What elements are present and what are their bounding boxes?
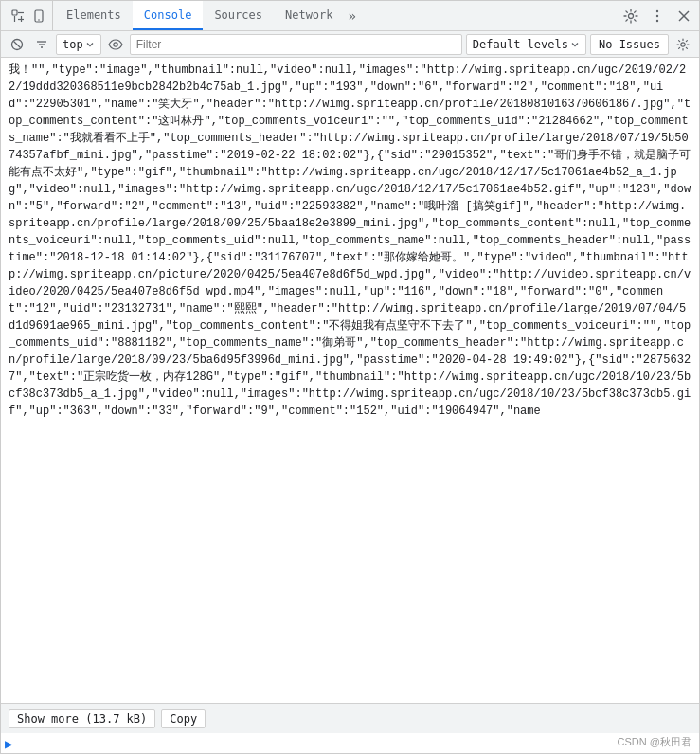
svg-point-7 xyxy=(629,13,634,18)
console-prompt-row: ▶ xyxy=(1,733,699,753)
prompt-arrow-icon: ▶ xyxy=(5,736,12,751)
devtools-window: Elements Console Sources Network » xyxy=(0,0,700,754)
svg-point-19 xyxy=(681,42,685,45)
close-icon[interactable] xyxy=(673,5,695,27)
console-text: 我！"","type":"image","thumbnail":null,"vi… xyxy=(1,58,699,423)
levels-selector[interactable]: Default levels xyxy=(466,34,586,55)
inspect-icon[interactable] xyxy=(10,9,26,24)
more-tabs-button[interactable]: » xyxy=(345,9,360,24)
tab-sources[interactable]: Sources xyxy=(203,1,274,30)
tab-bar: Elements Console Sources Network » xyxy=(1,1,699,31)
svg-rect-0 xyxy=(12,10,17,15)
console-output: 我！"","type":"image","thumbnail":null,"vi… xyxy=(1,58,699,703)
more-options-icon[interactable] xyxy=(646,5,669,27)
mobile-icon[interactable] xyxy=(31,9,46,24)
show-more-button[interactable]: Show more (13.7 kB) xyxy=(9,709,155,728)
console-toolbar: top Default levels No Issues xyxy=(1,31,699,58)
toolbar-gear-icon[interactable] xyxy=(673,34,693,55)
console-bottom-bar: Show more (13.7 kB) Copy xyxy=(1,703,699,733)
svg-point-10 xyxy=(656,19,658,21)
tab-console[interactable]: Console xyxy=(133,1,204,30)
tab-bar-right-icons xyxy=(619,5,695,27)
clear-console-icon[interactable] xyxy=(7,34,27,55)
svg-point-18 xyxy=(113,42,117,45)
devtools-left-icons xyxy=(5,1,53,30)
copy-button[interactable]: Copy xyxy=(161,709,206,728)
svg-point-9 xyxy=(656,14,658,16)
tab-network[interactable]: Network xyxy=(274,1,345,30)
settings-icon[interactable] xyxy=(619,5,642,27)
watermark: CSDN @秋田君 xyxy=(618,735,691,749)
svg-point-6 xyxy=(38,19,40,21)
no-issues-button[interactable]: No Issues xyxy=(590,34,669,55)
filter-toggle-icon[interactable] xyxy=(31,34,52,55)
svg-line-14 xyxy=(14,41,21,47)
levels-chevron-icon xyxy=(570,40,580,49)
svg-point-8 xyxy=(656,9,658,11)
tab-elements[interactable]: Elements xyxy=(55,1,133,30)
context-chevron-icon xyxy=(85,40,95,49)
filter-input[interactable] xyxy=(130,34,462,55)
eye-icon[interactable] xyxy=(105,34,126,55)
context-selector[interactable]: top xyxy=(56,34,101,55)
